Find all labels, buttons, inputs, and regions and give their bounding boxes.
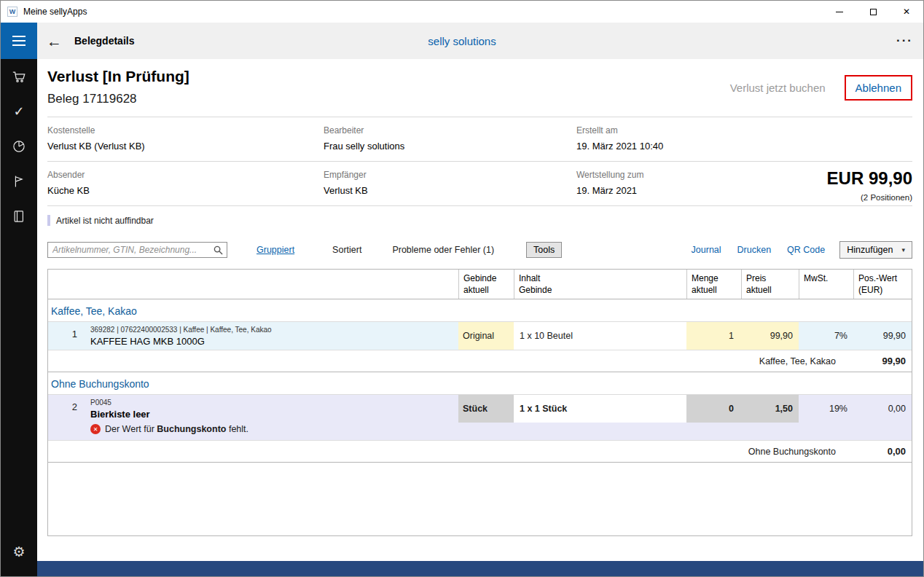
field-label: Empfänger [324, 170, 576, 180]
sidebar-item-cart[interactable] [1, 59, 37, 94]
positions-table: Gebinde aktuell Inhalt Gebinde Menge akt… [47, 269, 912, 536]
sidebar-item-journal[interactable] [1, 199, 37, 234]
pos-wert-cell: 99,90 [853, 322, 912, 350]
print-link[interactable]: Drucken [737, 245, 772, 255]
article-cell: P0045 Bierkiste leer [85, 395, 458, 423]
header-actions: Verlust jetzt buchen Ablehnen [730, 75, 912, 101]
check-icon: ✓ [13, 103, 24, 119]
tools-button[interactable]: Tools [526, 242, 562, 258]
problems-filter[interactable]: Probleme oder Fehler (1) [392, 245, 494, 255]
field-label: Erstellt am [576, 125, 912, 136]
header-article [85, 270, 458, 299]
row-number: 1 [48, 322, 85, 350]
minimize-icon [836, 12, 843, 12]
table-row[interactable]: 2 P0045 Bierkiste leer Stück 1 x 1 Stück… [48, 395, 912, 423]
reject-button[interactable]: Ablehnen [845, 75, 912, 101]
field-label: Bearbeiter [324, 125, 576, 136]
search-input[interactable] [48, 245, 214, 255]
subtotal-value: 99,90 [846, 356, 912, 366]
total-amount: EUR 99,90 [827, 168, 912, 189]
header-menge: Menge aktuell [686, 270, 741, 299]
search-icon [214, 246, 223, 255]
hamburger-menu-button[interactable] [1, 23, 37, 59]
back-button[interactable]: ← [47, 34, 62, 49]
subtotal-value: 0,00 [846, 446, 912, 457]
error-text: Der Wert für Buchungskonto fehlt. [105, 424, 248, 434]
gebinde-cell[interactable]: Stück [458, 395, 514, 423]
article-meta: 369282 | 07622400002533 | Kaffee | Kaffe… [90, 326, 272, 334]
header-preis: Preis aktuell [741, 270, 799, 299]
article-name: KAFFEE HAG MKB 1000G [90, 336, 205, 347]
field-value: 19. März 2021 10:40 [576, 141, 912, 152]
journal-link[interactable]: Journal [692, 245, 721, 255]
gear-icon: ⚙ [12, 543, 25, 560]
preis-cell[interactable]: 1,50 [741, 395, 799, 423]
article-cell: 369282 | 07622400002533 | Kaffee | Kaffe… [85, 322, 458, 350]
window-controls: ✕ [823, 1, 923, 23]
sidebar-item-approvals[interactable]: ✓ [1, 94, 37, 129]
field-bearbeiter: Bearbeiter Frau selly solutions [324, 125, 576, 152]
gebinde-cell[interactable]: Original [458, 322, 514, 350]
bottom-status-strip [37, 561, 923, 576]
sidebar: ✓ ⚙ [1, 59, 37, 576]
row-number: 2 [48, 395, 85, 423]
sidebar-item-labels[interactable] [1, 164, 37, 199]
field-label: Kostenstelle [47, 125, 324, 136]
mwst-cell: 19% [799, 395, 853, 423]
preis-cell[interactable]: 99,90 [741, 322, 799, 350]
close-icon: ✕ [903, 7, 910, 16]
table-header-row: Gebinde aktuell Inhalt Gebinde Menge akt… [48, 270, 912, 299]
header-inhalt: Inhalt Gebinde [514, 270, 686, 299]
group-subtotal-kaffee: Kaffee, Tee, Kakao 99,90 [48, 350, 912, 372]
inhalt-cell[interactable]: 1 x 10 Beutel [514, 322, 686, 350]
group-subtotal-ohne-buchungskonto: Ohne Buchungskonto 0,00 [48, 440, 912, 463]
table-row[interactable]: 1 369282 | 07622400002533 | Kaffee | Kaf… [48, 322, 912, 350]
subtotal-label: Ohne Buchungskonto [48, 447, 846, 457]
window-title: Meine sellyApps [23, 7, 87, 17]
page-title: Belegdetails [74, 35, 134, 47]
mwst-cell: 7% [799, 322, 853, 350]
article-name: Bierkiste leer [90, 409, 150, 420]
window-titlebar: W Meine sellyApps ✕ [1, 1, 923, 23]
book-now-button[interactable]: Verlust jetzt buchen [730, 82, 826, 94]
qr-code-link[interactable]: QR Code [787, 245, 825, 255]
group-header-kaffee[interactable]: Kaffee, Tee, Kakao [48, 299, 912, 322]
sorted-toggle[interactable]: Sortiert [332, 245, 361, 255]
field-empfaenger: Empfänger Verlust KB [324, 170, 576, 196]
menge-cell[interactable]: 1 [686, 322, 741, 350]
add-button[interactable]: Hinzufügen ▾ [839, 241, 912, 259]
pos-wert-cell: 0,00 [853, 395, 912, 423]
brand-title: selly solutions [1, 35, 923, 47]
group-header-ohne-buchungskonto[interactable]: Ohne Buchungskonto [48, 372, 912, 395]
field-value: Küche KB [47, 185, 324, 196]
add-button-label: Hinzufügen [847, 245, 893, 255]
notice-text: Artikel ist nicht auffindbar [56, 216, 154, 226]
header-pos-wert: Pos.-Wert (EUR) [853, 270, 912, 299]
menge-cell[interactable]: 0 [686, 395, 741, 423]
grouped-toggle[interactable]: Gruppiert [257, 245, 294, 255]
field-erstellt-am: Erstellt am 19. März 2021 10:40 [576, 125, 912, 152]
pie-chart-icon [12, 139, 26, 154]
error-icon: ✕ [90, 424, 101, 434]
inhalt-cell[interactable]: 1 x 1 Stück [514, 395, 686, 423]
close-button[interactable]: ✕ [890, 1, 923, 23]
header-mwst: MwSt. [799, 270, 853, 299]
field-value: Verlust KB [324, 185, 576, 196]
sidebar-item-settings[interactable]: ⚙ [1, 534, 37, 569]
sidebar-item-reports[interactable] [1, 129, 37, 164]
list-toolbar: Gruppiert Sortiert Probleme oder Fehler … [47, 241, 912, 259]
app-bar: ← Belegdetails selly solutions ··· [1, 23, 923, 59]
toolbar-right-links: Journal Drucken QR Code Hinzufügen ▾ [692, 241, 912, 259]
field-kostenstelle: Kostenstelle Verlust KB (Verlust KB) [47, 125, 324, 152]
maximize-button[interactable] [856, 1, 890, 23]
flag-icon [12, 174, 26, 189]
document-total: EUR 99,90 (2 Positionen) [827, 168, 912, 202]
field-value: Verlust KB (Verlust KB) [47, 141, 324, 152]
search-box [47, 242, 227, 258]
back-icon: ← [47, 33, 62, 50]
row-error-message: ✕ Der Wert für Buchungskonto fehlt. [48, 423, 912, 440]
more-options-button[interactable]: ··· [896, 34, 913, 48]
ledger-icon [12, 209, 26, 224]
minimize-button[interactable] [823, 1, 856, 23]
main-content: Verlust [In Prüfung] Beleg 17119628 Verl… [37, 59, 923, 576]
